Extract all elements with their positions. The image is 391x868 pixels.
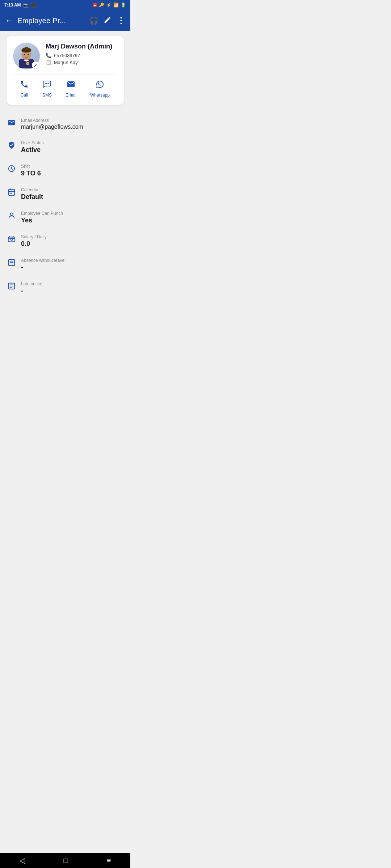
svg-rect-10: [45, 83, 47, 84]
email-address-icon: [7, 119, 16, 128]
action-buttons: Call SMS Email: [13, 75, 117, 100]
wifi-icon: 📶: [113, 3, 119, 8]
shift-value: 9 TO 6: [21, 170, 123, 177]
email-icon: [67, 80, 75, 91]
employee-can-punch-label: Employee Can Punch: [21, 211, 123, 216]
user-status-content: User Status Active: [21, 140, 123, 154]
record-icon: ●: [93, 3, 97, 7]
edit-icon[interactable]: [104, 16, 112, 26]
avatar-container: 🎤: [13, 43, 40, 69]
salary-daily-value: 0.0: [21, 240, 123, 248]
shift-icon: [7, 165, 16, 174]
sms-icon: [43, 80, 51, 91]
svg-rect-17: [8, 237, 15, 242]
profile-name: Marj Dawson (Admin): [46, 43, 117, 51]
salary-daily-item: Salary / Daily 0.0: [0, 229, 130, 253]
status-bar: 7:13 AM 📷 ⬛ ● 🔑 ⚡ 📶 🔋: [0, 0, 130, 10]
calendar-icon: [7, 188, 16, 198]
salary-daily-icon: [7, 235, 16, 245]
battery-icon: 🔋: [121, 3, 126, 8]
svg-point-6: [24, 54, 25, 55]
late-notice-icon: [7, 282, 16, 292]
svg-rect-11: [47, 83, 49, 84]
profile-phone-number: 6575089797: [54, 53, 80, 58]
svg-rect-14: [10, 193, 11, 194]
employee-can-punch-item: Employee Can Punch Yes: [0, 206, 130, 229]
more-options-icon[interactable]: ⋮: [117, 16, 125, 26]
profile-top: 🎤 Marj Dawson (Admin) 📞 6575089797 📋 Mar…: [13, 43, 117, 69]
bluetooth-icon: ⚡: [106, 3, 112, 8]
late-notice-item: Late notice -: [0, 276, 130, 300]
whatsapp-button[interactable]: Whatsapp: [87, 78, 113, 100]
absence-without-leave-value: -: [21, 264, 123, 271]
late-notice-value: -: [21, 287, 123, 295]
avatar-edit-badge[interactable]: [32, 61, 39, 69]
profile-company-name: Marjun Kay: [54, 60, 78, 65]
profile-card: 🎤 Marj Dawson (Admin) 📞 6575089797 📋 Mar…: [7, 36, 124, 105]
info-list: Email Address marjun@pageflows.com User …: [0, 110, 130, 314]
svg-rect-15: [11, 193, 12, 194]
svg-point-7: [28, 54, 29, 55]
svg-rect-13: [9, 190, 15, 196]
app-bar-icons: 🎧 ⋮: [89, 16, 125, 26]
absence-without-leave-label: Absence without leave: [21, 258, 123, 263]
email-label: Email: [66, 93, 76, 98]
profile-phone-row: 📞 6575089797: [46, 53, 117, 58]
svg-point-18: [10, 238, 13, 241]
shift-item: Shift 9 TO 6: [0, 159, 130, 182]
calendar-item: Calendar Default: [0, 182, 130, 206]
late-notice-label: Late notice: [21, 281, 123, 286]
profile-info: Marj Dawson (Admin) 📞 6575089797 📋 Marju…: [46, 43, 117, 67]
salary-daily-content: Salary / Daily 0.0: [21, 234, 123, 248]
absence-without-leave-icon: [7, 259, 16, 268]
app-bar-title: Employee Pr...: [17, 17, 85, 25]
app-bar: ← Employee Pr... 🎧 ⋮: [0, 10, 130, 31]
late-notice-content: Late notice -: [21, 281, 123, 295]
sms-button[interactable]: SMS: [39, 78, 55, 100]
email-address-value: marjun@pageflows.com: [21, 124, 123, 130]
email-address-content: Email Address marjun@pageflows.com: [21, 118, 123, 130]
employee-can-punch-icon: [7, 212, 16, 221]
status-camera-icon: 📷: [23, 3, 29, 8]
salary-daily-label: Salary / Daily: [21, 234, 123, 239]
whatsapp-label: Whatsapp: [90, 93, 110, 98]
calendar-value: Default: [21, 193, 123, 201]
back-button[interactable]: ←: [5, 16, 13, 25]
call-icon: [20, 80, 29, 91]
status-time: 7:13 AM: [4, 3, 21, 8]
calendar-content: Calendar Default: [21, 187, 123, 201]
user-status-item: User Status Active: [0, 135, 130, 159]
user-status-value: Active: [21, 146, 123, 154]
svg-point-5: [25, 47, 28, 50]
call-label: Call: [21, 93, 28, 98]
shift-content: Shift 9 TO 6: [21, 164, 123, 177]
user-status-icon: [7, 141, 16, 151]
status-bar-right: ● 🔑 ⚡ 📶 🔋: [93, 3, 126, 8]
svg-point-16: [10, 213, 13, 216]
shift-label: Shift: [21, 164, 123, 169]
call-button[interactable]: Call: [16, 78, 32, 100]
svg-text:🎤: 🎤: [27, 62, 29, 65]
email-address-item: Email Address marjun@pageflows.com: [0, 113, 130, 135]
employee-can-punch-content: Employee Can Punch Yes: [21, 211, 123, 224]
sms-label: SMS: [42, 93, 52, 98]
employee-can-punch-value: Yes: [21, 217, 123, 224]
absence-without-leave-item: Absence without leave -: [0, 253, 130, 276]
status-screen-icon: ⬛: [31, 3, 36, 8]
email-address-label: Email Address: [21, 118, 123, 123]
key-icon: 🔑: [99, 3, 104, 8]
profile-company-row: 📋 Marjun Kay: [46, 60, 117, 65]
phone-icon: 📞: [46, 53, 51, 58]
email-button[interactable]: Email: [62, 78, 80, 100]
absence-without-leave-content: Absence without leave -: [21, 258, 123, 271]
calendar-label: Calendar: [21, 187, 123, 192]
headphones-icon[interactable]: 🎧: [89, 16, 98, 25]
company-icon: 📋: [46, 60, 51, 65]
user-status-label: User Status: [21, 140, 123, 145]
whatsapp-icon: [96, 80, 104, 91]
status-bar-left: 7:13 AM 📷 ⬛: [4, 3, 36, 8]
